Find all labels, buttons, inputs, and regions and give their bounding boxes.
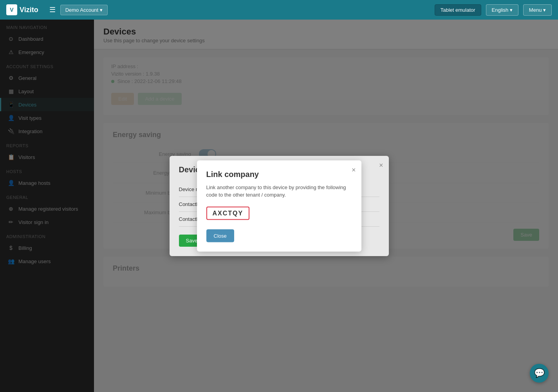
link-company-modal: × Link company Link another company to t…	[197, 160, 361, 251]
link-company-title: Link company	[206, 170, 352, 179]
link-company-close-button[interactable]: ×	[352, 166, 356, 174]
navbar: V Vizito ☰ Demo Account ▾ Tablet emulato…	[0, 0, 558, 20]
language-button[interactable]: English ▾	[486, 4, 518, 16]
chat-icon: 💬	[534, 368, 545, 378]
modal-backdrop: Device configuration × Device name Conta…	[0, 20, 558, 392]
link-company-code: AXCTQY	[206, 206, 250, 220]
device-config-close-button[interactable]: ×	[379, 161, 383, 170]
link-company-description: Link another company to this device by p…	[206, 183, 352, 199]
account-button[interactable]: Demo Account ▾	[60, 5, 108, 15]
chat-bubble-button[interactable]: 💬	[530, 364, 549, 383]
tablet-emulator-button[interactable]: Tablet emulator	[435, 4, 481, 16]
device-configuration-modal: Device configuration × Device name Conta…	[170, 156, 389, 256]
hamburger-icon[interactable]: ☰	[49, 5, 56, 14]
logo-icon: V	[6, 4, 17, 15]
logo-text: Vizito	[20, 6, 38, 14]
link-company-actions: Close	[206, 229, 352, 242]
logo: V Vizito	[6, 4, 38, 15]
menu-button[interactable]: Menu ▾	[523, 4, 552, 16]
link-company-close-btn[interactable]: Close	[206, 229, 234, 242]
